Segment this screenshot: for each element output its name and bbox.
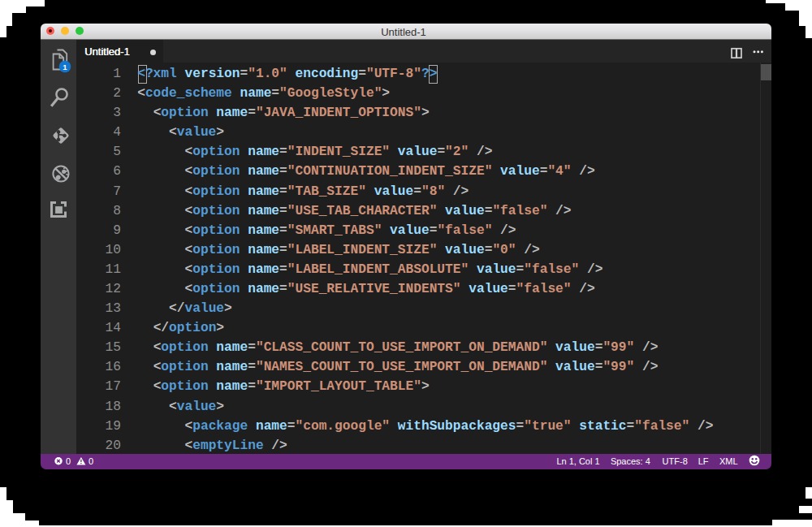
svg-text:1: 1 xyxy=(63,63,67,71)
